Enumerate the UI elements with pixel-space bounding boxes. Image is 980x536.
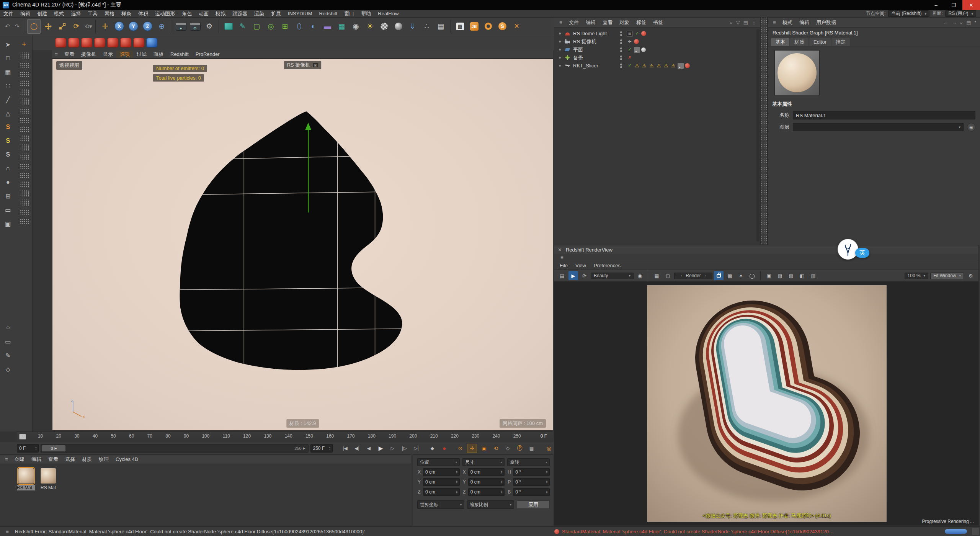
- renderview-settings-icon[interactable]: ⚙: [966, 271, 975, 280]
- more-icon[interactable]: ⋮: [751, 20, 756, 26]
- menu-item[interactable]: 角色: [178, 10, 195, 18]
- attribute-menu[interactable]: 用户数据: [813, 19, 840, 26]
- snowflake-icon[interactable]: ✶: [736, 271, 746, 280]
- rotation-key-toggle[interactable]: ⟲: [491, 444, 501, 453]
- object-manager-menu[interactable]: 标签: [633, 19, 650, 26]
- object-manager-scrollbar[interactable]: [756, 29, 760, 242]
- palette-group-grip[interactable]: [20, 98, 29, 105]
- warning-tag-icon[interactable]: ⚠: [656, 63, 662, 69]
- snap-icon[interactable]: S: [2, 122, 14, 132]
- solo-toggle[interactable]: ◎: [544, 444, 554, 453]
- floor-button[interactable]: ▬: [321, 19, 334, 34]
- rotation-b-input[interactable]: 0 °: [513, 488, 550, 496]
- material-item[interactable]: RS Mat...: [17, 468, 35, 490]
- grid-toggle[interactable]: ▦: [526, 444, 536, 453]
- position-x-input[interactable]: 0 cm: [423, 468, 460, 476]
- rect-select-icon[interactable]: ▭: [2, 336, 14, 347]
- menu-item[interactable]: 扩展: [268, 10, 284, 18]
- palette-group-grip[interactable]: [20, 52, 29, 59]
- search-icon[interactable]: ⌕: [960, 20, 963, 26]
- visibility-toggles[interactable]: [618, 39, 624, 44]
- signal-plugin-button[interactable]: S: [496, 19, 509, 34]
- render-queue-button[interactable]: ⚙: [203, 19, 216, 34]
- ime-language-badge[interactable]: 英: [855, 248, 869, 258]
- material-tag[interactable]: [641, 47, 646, 52]
- menu-item[interactable]: 编辑: [17, 10, 34, 18]
- polygons-mode-icon[interactable]: △: [2, 108, 14, 119]
- viewport-3d[interactable]: 透视视图 RS 摄像机 ▣ Number of emitters: 0 Tota…: [52, 59, 553, 431]
- object-row-camera[interactable]: RS 摄像机 ✛: [554, 38, 760, 46]
- material-menu[interactable]: 创建: [11, 456, 28, 463]
- poly-select-icon[interactable]: ◇: [2, 364, 14, 374]
- rs-tag[interactable]: [685, 63, 690, 68]
- rotation-p-input[interactable]: 0 °: [513, 478, 550, 486]
- points-mode-icon[interactable]: ∷: [2, 80, 14, 91]
- snapshot-b-icon[interactable]: ▧: [786, 271, 796, 280]
- history-back-icon[interactable]: ←: [943, 20, 948, 26]
- menu-item[interactable]: 窗口: [341, 10, 358, 18]
- crop-icon[interactable]: ◻: [663, 271, 673, 280]
- menu-item[interactable]: INSYDIUM: [284, 10, 316, 18]
- keyframe-options-icon[interactable]: ⊙: [455, 444, 465, 453]
- panel-icon[interactable]: ▤: [966, 20, 971, 26]
- menu-item[interactable]: 帮助: [358, 10, 374, 18]
- previous-frame-button[interactable]: ◀: [364, 444, 374, 453]
- rotation-header-select[interactable]: 旋转: [507, 458, 550, 466]
- lasso-select-icon[interactable]: ✎: [2, 350, 14, 361]
- particles-button[interactable]: ∴: [420, 19, 433, 34]
- palette-group-grip[interactable]: [20, 181, 29, 188]
- fold-dot[interactable]: [559, 65, 561, 67]
- close-panel-icon[interactable]: ✕: [558, 247, 562, 253]
- fold-dot[interactable]: [559, 41, 561, 42]
- lock-y-axis-button[interactable]: Y: [127, 19, 140, 34]
- circle-icon[interactable]: ◯: [747, 271, 757, 280]
- size-y-input[interactable]: 0 cm: [468, 478, 505, 486]
- shader-ball-button[interactable]: [392, 19, 405, 34]
- rotate-tool[interactable]: ⟳: [70, 19, 83, 34]
- point-level-toggle[interactable]: Ⓟ: [514, 444, 524, 453]
- next-frame-button[interactable]: ▷: [387, 444, 397, 453]
- grid-icon[interactable]: ▦: [652, 271, 662, 280]
- rs-camera-tag[interactable]: [634, 39, 639, 44]
- texture-mode-icon[interactable]: ▦: [2, 67, 14, 77]
- viewport-menu[interactable]: 面板: [150, 51, 167, 58]
- minimize-button[interactable]: –: [927, 0, 945, 10]
- object-manager-menu[interactable]: 对象: [616, 19, 633, 26]
- undo-button[interactable]: ↶: [3, 19, 12, 34]
- next-key-button[interactable]: |▷: [399, 444, 409, 453]
- scale-tool[interactable]: [56, 19, 69, 34]
- enabled-check-icon[interactable]: ✓: [634, 31, 640, 37]
- menu-item[interactable]: 选择: [67, 10, 84, 18]
- camera-target-tag[interactable]: ✛: [627, 39, 633, 45]
- material-menu[interactable]: 查看: [45, 456, 62, 463]
- fold-dot[interactable]: [559, 57, 561, 59]
- attribute-tab[interactable]: 基本: [771, 38, 789, 46]
- rs-point-light-button[interactable]: [81, 38, 92, 47]
- menu-item[interactable]: 样条: [118, 10, 135, 18]
- start-render-button[interactable]: ▶: [568, 271, 578, 280]
- object-row-slicer[interactable]: RKT_Slicer ✓ ⚠ ⚠ ⚠ ⚠ ⚠ ⚠ ▲: [554, 62, 760, 70]
- camera-button[interactable]: ◉: [349, 19, 363, 34]
- render-settings-button[interactable]: ⚙: [188, 19, 202, 34]
- parameter-key-toggle[interactable]: ◇: [503, 444, 513, 453]
- lock-z-axis-button[interactable]: Z: [141, 19, 154, 34]
- coord-system-select[interactable]: 世界坐标: [417, 500, 464, 509]
- close-button[interactable]: ✕: [962, 0, 980, 10]
- material-preview-ball[interactable]: [18, 468, 34, 484]
- material-preview[interactable]: [774, 50, 820, 95]
- object-manager-menu[interactable]: 书签: [650, 19, 666, 26]
- object-manager-menu[interactable]: 文件: [565, 19, 582, 26]
- attribute-menu[interactable]: 编辑: [796, 19, 813, 26]
- fold-dot[interactable]: [559, 49, 561, 51]
- visibility-toggles[interactable]: [618, 47, 624, 52]
- visibility-toggles[interactable]: [618, 31, 624, 36]
- magnet-icon[interactable]: ∩: [2, 163, 14, 174]
- axis-tool[interactable]: ✛: [98, 19, 112, 34]
- xparticles-button[interactable]: ✕: [510, 19, 523, 34]
- rs-sun-light-button[interactable]: [133, 38, 144, 47]
- play-button[interactable]: ▶: [376, 444, 385, 453]
- palette-group-grip[interactable]: [20, 154, 29, 160]
- live-selection-tool[interactable]: ◯: [27, 19, 41, 34]
- viewport-menu[interactable]: 查看: [61, 51, 78, 58]
- render-result-canvas[interactable]: <微信公众号: 野鹿志 微博: 野鹿志 作者: 马鹿野郎> (4.61s) Pr…: [554, 282, 978, 525]
